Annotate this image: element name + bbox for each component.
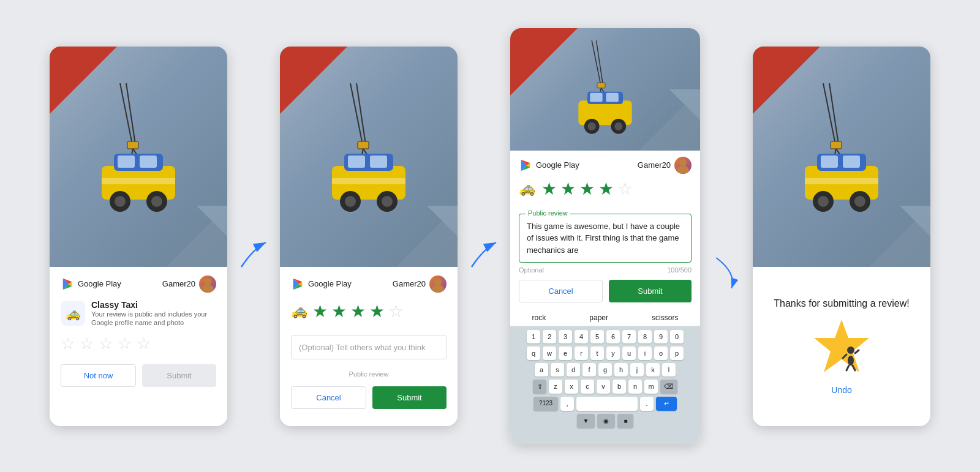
- key-nav-recent[interactable]: ■: [617, 414, 633, 428]
- key-a[interactable]: a: [535, 363, 548, 376]
- key-comma[interactable]: ,: [560, 397, 574, 411]
- key-3[interactable]: 3: [559, 330, 572, 343]
- key-8[interactable]: 8: [638, 330, 652, 343]
- star-mascot: [811, 317, 872, 378]
- buttons-row-1: Not now Submit: [61, 364, 216, 387]
- key-2[interactable]: 2: [543, 330, 556, 343]
- svg-point-85: [847, 347, 854, 354]
- star-2-5[interactable]: ☆: [388, 301, 404, 321]
- truck-illustration-2: [314, 83, 424, 218]
- arrow-1-container: [238, 236, 269, 273]
- buttons-row-2: Cancel Submit: [291, 386, 447, 409]
- star-3-3[interactable]: ★: [579, 179, 595, 199]
- star-2-3[interactable]: ★: [350, 301, 366, 321]
- review-textarea-3[interactable]: Public review This game is awesome, but …: [519, 214, 692, 263]
- key-row-qwerty: q w e r t y u i o p: [513, 347, 698, 360]
- svg-marker-84: [814, 320, 869, 372]
- key-h[interactable]: h: [614, 363, 628, 376]
- star-3-5[interactable]: ☆: [617, 179, 633, 199]
- star-1-3[interactable]: ☆: [99, 334, 113, 353]
- star-1-5[interactable]: ☆: [137, 334, 151, 353]
- key-period[interactable]: .: [640, 397, 654, 411]
- key-j[interactable]: j: [630, 363, 644, 376]
- key-space[interactable]: [576, 397, 638, 411]
- star-1-2[interactable]: ☆: [80, 334, 94, 353]
- key-y[interactable]: y: [606, 347, 620, 360]
- not-now-button[interactable]: Not now: [61, 364, 136, 387]
- key-row-asdf: a s d f g h j k l: [513, 363, 698, 376]
- key-shift[interactable]: ⇧: [533, 380, 546, 394]
- svg-rect-53: [590, 92, 602, 102]
- svg-rect-30: [348, 155, 365, 168]
- cancel-button-2[interactable]: Cancel: [291, 386, 366, 409]
- key-b[interactable]: b: [612, 380, 626, 394]
- star-2-2[interactable]: ★: [331, 301, 347, 321]
- suggestion-3[interactable]: scissors: [652, 313, 678, 322]
- key-r[interactable]: r: [575, 347, 588, 360]
- key-7[interactable]: 7: [622, 330, 636, 343]
- phone-screen-4: Thanks for submitting a review! Undo: [753, 47, 930, 426]
- svg-rect-81: [805, 178, 878, 184]
- key-6[interactable]: 6: [606, 330, 620, 343]
- key-d[interactable]: d: [567, 363, 580, 376]
- key-nav-back[interactable]: ▼: [577, 414, 595, 428]
- suggestion-2[interactable]: paper: [589, 313, 608, 322]
- screens-container: Google Play Gamer20 🚕 Classy Taxi Your r…: [50, 28, 930, 444]
- key-s[interactable]: s: [551, 363, 564, 376]
- star-2-4[interactable]: ★: [369, 301, 385, 321]
- username-2: Gamer20: [393, 279, 426, 288]
- key-c[interactable]: c: [581, 380, 594, 394]
- key-q[interactable]: q: [527, 347, 540, 360]
- submit-button-2[interactable]: Submit: [372, 386, 447, 409]
- suggestion-1[interactable]: rock: [532, 313, 546, 322]
- key-f[interactable]: f: [582, 363, 596, 376]
- key-t[interactable]: t: [590, 347, 604, 360]
- svg-line-89: [846, 365, 849, 370]
- screen3-review-area[interactable]: Public review This game is awesome, but …: [510, 204, 700, 280]
- key-4[interactable]: 4: [575, 330, 588, 343]
- key-1[interactable]: 1: [527, 330, 540, 343]
- star-2-1[interactable]: ★: [312, 301, 328, 321]
- cancel-button-3[interactable]: Cancel: [519, 280, 603, 302]
- key-x[interactable]: x: [565, 380, 578, 394]
- key-z[interactable]: z: [549, 380, 562, 394]
- star-1-4[interactable]: ☆: [118, 334, 132, 353]
- star-3-4[interactable]: ★: [598, 179, 614, 199]
- review-input-2[interactable]: (Optional) Tell others what you think: [291, 335, 447, 359]
- undo-button[interactable]: Undo: [831, 385, 851, 395]
- key-v[interactable]: v: [597, 380, 610, 394]
- svg-point-21: [202, 285, 214, 293]
- key-p[interactable]: p: [670, 347, 684, 360]
- key-m[interactable]: m: [644, 380, 658, 394]
- key-w[interactable]: w: [543, 347, 556, 360]
- svg-point-78: [818, 196, 829, 207]
- key-n[interactable]: n: [628, 380, 642, 394]
- key-k[interactable]: k: [646, 363, 660, 376]
- key-u[interactable]: u: [622, 347, 636, 360]
- key-e[interactable]: e: [559, 347, 572, 360]
- thanks-section: Thanks for submitting a review! Undo: [753, 267, 930, 426]
- stars-row-1: ☆ ☆ ☆ ☆ ☆: [61, 334, 216, 353]
- svg-rect-54: [606, 92, 618, 102]
- svg-point-86: [848, 356, 854, 365]
- key-l[interactable]: l: [662, 363, 676, 376]
- key-num-switch[interactable]: ?123: [533, 397, 558, 411]
- star-3-2[interactable]: ★: [560, 179, 576, 199]
- key-0[interactable]: 0: [670, 330, 684, 343]
- key-o[interactable]: o: [654, 347, 668, 360]
- key-nav-home[interactable]: ◉: [597, 414, 615, 428]
- star-1-1[interactable]: ☆: [61, 334, 75, 353]
- key-g[interactable]: g: [598, 363, 612, 376]
- svg-rect-70: [831, 141, 842, 149]
- submit-button-3[interactable]: Submit: [609, 280, 692, 302]
- star-3-1[interactable]: ★: [541, 179, 557, 199]
- key-backspace[interactable]: ⌫: [660, 380, 677, 394]
- key-i[interactable]: i: [638, 347, 652, 360]
- key-5[interactable]: 5: [590, 330, 604, 343]
- keyboard-suggestions: rock paper scissors: [510, 309, 700, 326]
- key-enter[interactable]: ↵: [656, 397, 677, 411]
- key-9[interactable]: 9: [654, 330, 668, 343]
- truck-illustration-4: [786, 83, 897, 218]
- review-text-content[interactable]: This game is awesome, but I have a coupl…: [527, 220, 684, 257]
- thanks-text: Thanks for submitting a review!: [774, 298, 909, 309]
